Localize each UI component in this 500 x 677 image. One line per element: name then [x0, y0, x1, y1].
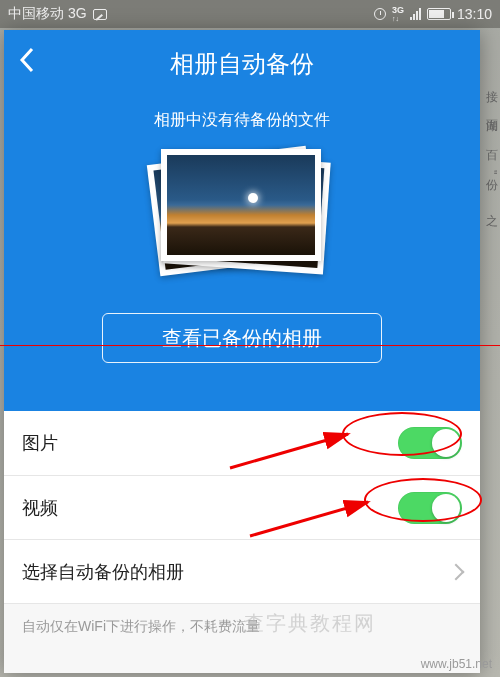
row-label: 选择自动备份的相册 — [22, 560, 450, 584]
chevron-right-icon — [448, 563, 465, 580]
row-label: 视频 — [22, 496, 398, 520]
status-bar: 中国移动 3G 3G↑↓ 13:10 — [0, 0, 500, 28]
toggle-video-backup[interactable] — [398, 492, 462, 524]
back-button[interactable] — [18, 46, 48, 76]
backup-dialog: 相册自动备份 相册中没有待备份的文件 查看已备份的相册 图片 视频 选择自动备份… — [4, 30, 480, 673]
row-video-backup: 视频 — [4, 475, 480, 539]
signal-icon — [410, 8, 421, 20]
battery-icon — [427, 8, 451, 20]
network-3g-icon: 3G↑↓ — [392, 6, 404, 22]
view-backed-up-albums-button[interactable]: 查看已备份的相册 — [102, 313, 382, 363]
chevron-left-icon — [18, 46, 38, 74]
row-select-albums[interactable]: 选择自动备份的相册 — [4, 539, 480, 603]
row-label: 图片 — [22, 431, 398, 455]
page-title: 相册自动备份 — [4, 44, 480, 80]
toggle-image-backup[interactable] — [398, 427, 462, 459]
dialog-header: 相册自动备份 相册中没有待备份的文件 查看已备份的相册 — [4, 30, 480, 411]
settings-list: 图片 视频 选择自动备份的相册 自动仅在WiFi下进行操作，不耗费流量 — [4, 411, 480, 673]
background-edge-text: 接 湖面 百 份" 之 — [482, 80, 500, 640]
backup-status-text: 相册中没有待备份的文件 — [4, 110, 480, 131]
wifi-hint-text: 自动仅在WiFi下进行操作，不耗费流量 — [4, 603, 480, 650]
photo-card — [161, 149, 321, 261]
clock-label: 13:10 — [457, 6, 492, 22]
sim-icon — [93, 9, 107, 20]
photo-stack-illustration — [4, 149, 480, 289]
carrier-label: 中国移动 3G — [8, 5, 87, 23]
alarm-icon — [374, 8, 386, 20]
row-image-backup: 图片 — [4, 411, 480, 475]
